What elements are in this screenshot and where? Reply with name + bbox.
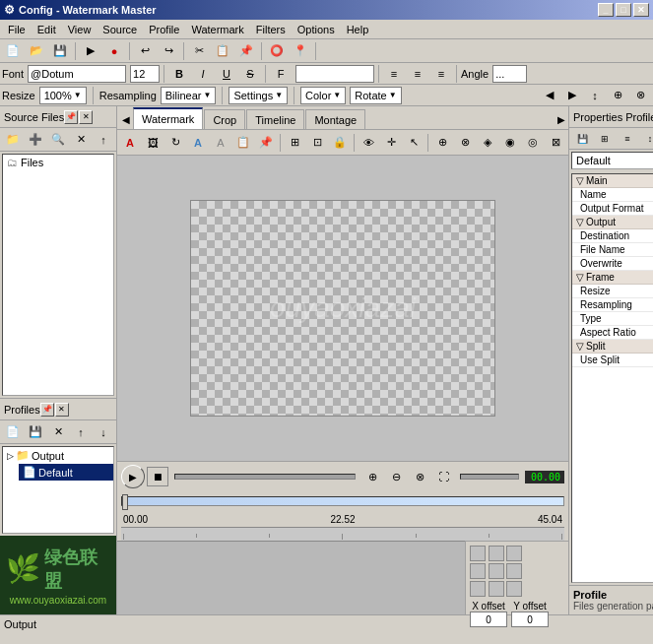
- color-dropdown[interactable]: Color ▼: [300, 87, 346, 104]
- wm-extra3-button[interactable]: ◈: [477, 133, 498, 153]
- menu-filters[interactable]: Filters: [250, 22, 292, 37]
- copy-button[interactable]: 📋: [212, 41, 233, 61]
- source-up-button[interactable]: ↑: [93, 130, 114, 150]
- wm-eye-button[interactable]: 👁: [358, 133, 379, 153]
- settings-dropdown[interactable]: Settings ▼: [229, 87, 288, 104]
- wm-extra5-button[interactable]: ◎: [522, 133, 544, 153]
- timeline-thumb[interactable]: [122, 494, 128, 510]
- align-center-button[interactable]: ≡: [407, 64, 428, 84]
- wm-extra6-button[interactable]: ⊠: [545, 133, 566, 153]
- rotate-dropdown[interactable]: Rotate ▼: [350, 87, 401, 104]
- wm-extra4-button[interactable]: ◉: [499, 133, 521, 153]
- menu-watermark[interactable]: Watermark: [185, 22, 249, 37]
- font-format-button[interactable]: F: [270, 64, 292, 84]
- menu-source[interactable]: Source: [97, 22, 143, 37]
- grid-cell-br[interactable]: [506, 581, 522, 597]
- timeline-track[interactable]: [121, 496, 564, 506]
- wm-bold-button[interactable]: A: [187, 133, 209, 153]
- undo-button[interactable]: ↩: [134, 41, 156, 61]
- menu-profile[interactable]: Profile: [143, 22, 185, 37]
- tab-timeline[interactable]: Timeline: [246, 109, 304, 129]
- fit-button[interactable]: ⊗: [409, 467, 430, 486]
- wm-paste-button[interactable]: 📌: [255, 133, 277, 153]
- play-control-button[interactable]: ▶: [121, 465, 145, 488]
- prop-overwrite[interactable]: Overwrite: [572, 257, 653, 271]
- wm-outline-button[interactable]: A: [210, 133, 231, 153]
- playback-slider[interactable]: [174, 474, 356, 480]
- wm-copy-button[interactable]: 📋: [232, 133, 254, 153]
- y-offset-input[interactable]: [511, 612, 549, 627]
- maximize-button[interactable]: □: [616, 3, 631, 17]
- close-button[interactable]: ✕: [633, 3, 649, 17]
- profiles-pin-button[interactable]: 📌: [40, 403, 54, 417]
- profiles-save-button[interactable]: 💾: [25, 422, 46, 442]
- source-pin-button[interactable]: 📌: [64, 110, 78, 124]
- extra-btn-1[interactable]: ◀: [539, 86, 560, 105]
- volume-slider[interactable]: [460, 474, 519, 480]
- font-input[interactable]: @Dotum: [28, 65, 126, 83]
- prop-resize[interactable]: Resize: [572, 285, 653, 298]
- prop-aspect-ratio[interactable]: Aspect Ratio: [572, 326, 653, 340]
- profiles-new-button[interactable]: 📄: [2, 422, 24, 442]
- profiles-up-button[interactable]: ↑: [70, 422, 92, 442]
- play-button[interactable]: ▶: [80, 41, 101, 61]
- menu-file[interactable]: File: [2, 22, 32, 37]
- grid-cell-bc[interactable]: [489, 581, 504, 597]
- strikethrough-button[interactable]: S: [239, 64, 261, 84]
- source-browse-button[interactable]: 🔍: [47, 130, 69, 150]
- italic-button[interactable]: I: [192, 64, 214, 84]
- stop-control-button[interactable]: ⏹: [147, 467, 168, 486]
- menu-view[interactable]: View: [62, 22, 98, 37]
- new-button[interactable]: 📄: [2, 41, 24, 61]
- prop-resampling[interactable]: Resampling: [572, 298, 653, 312]
- resampling-dropdown[interactable]: Bilinear ▼: [161, 87, 217, 104]
- wm-snap-button[interactable]: ⊡: [306, 133, 328, 153]
- align-right-button[interactable]: ≡: [430, 64, 452, 84]
- prop-use-split[interactable]: Use Split: [572, 354, 653, 367]
- source-delete-button[interactable]: ✕: [70, 130, 92, 150]
- config-button[interactable]: 📍: [290, 41, 311, 61]
- menu-edit[interactable]: Edit: [32, 22, 62, 37]
- underline-button[interactable]: U: [216, 64, 237, 84]
- tab-nav-left[interactable]: ◀: [119, 109, 133, 129]
- prop-save-button[interactable]: 💾: [571, 129, 593, 149]
- canvas[interactable]: ouyaoxiazai: [190, 200, 495, 417]
- grid-cell-mr[interactable]: [506, 563, 522, 579]
- profiles-down-button[interactable]: ↓: [93, 422, 114, 442]
- tab-crop[interactable]: Crop: [204, 109, 245, 129]
- zoom-out-button[interactable]: ⊖: [385, 467, 407, 486]
- wm-lock-button[interactable]: 🔒: [329, 133, 351, 153]
- grid-cell-ml[interactable]: [470, 563, 486, 579]
- tab-watermark[interactable]: Watermark: [133, 107, 203, 129]
- prop-name[interactable]: Name: [572, 188, 653, 202]
- grid-cell-tl[interactable]: [470, 546, 486, 561]
- menu-help[interactable]: Help: [341, 22, 375, 37]
- stop-button[interactable]: ⭕: [266, 41, 288, 61]
- wm-cursor-button[interactable]: ↖: [403, 133, 424, 153]
- profiles-default-node[interactable]: 📄 Default: [19, 464, 113, 481]
- wm-grid-button[interactable]: ⊞: [284, 133, 305, 153]
- fullscreen-button[interactable]: ⛶: [432, 467, 454, 486]
- menu-options[interactable]: Options: [292, 22, 341, 37]
- font-format-input[interactable]: [295, 65, 374, 83]
- angle-input[interactable]: ...: [492, 65, 527, 83]
- redo-button[interactable]: ↪: [158, 41, 179, 61]
- grid-cell-tr[interactable]: [506, 546, 522, 561]
- font-size-input[interactable]: 12: [130, 65, 160, 83]
- zoom-in-button[interactable]: ⊕: [361, 467, 383, 486]
- wm-rotate-button[interactable]: ↻: [164, 133, 186, 153]
- source-add-button[interactable]: ➕: [25, 130, 46, 150]
- tab-nav-right[interactable]: ▶: [555, 109, 568, 129]
- extra-btn-3[interactable]: ↕: [584, 86, 606, 105]
- profiles-delete-button[interactable]: ✕: [47, 422, 69, 442]
- minimize-button[interactable]: _: [598, 3, 614, 17]
- wm-extra2-button[interactable]: ⊗: [454, 133, 476, 153]
- align-left-button[interactable]: ≡: [383, 64, 405, 84]
- prop-sort-button[interactable]: ↕: [639, 129, 653, 149]
- open-button[interactable]: 📂: [26, 41, 47, 61]
- prop-type[interactable]: Type: [572, 312, 653, 326]
- grid-cell-mc[interactable]: [489, 563, 504, 579]
- resize-dropdown[interactable]: 100% ▼: [39, 87, 87, 104]
- extra-btn-5[interactable]: ⊗: [629, 86, 651, 105]
- cut-button[interactable]: ✂: [188, 41, 210, 61]
